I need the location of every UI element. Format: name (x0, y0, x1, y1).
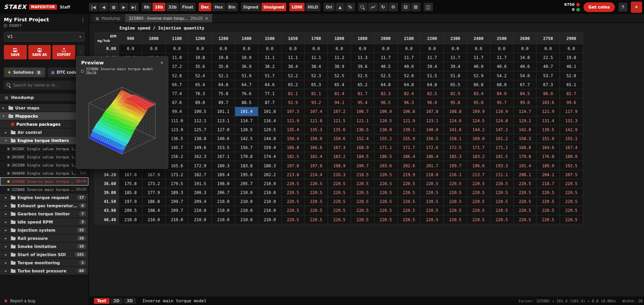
cell[interactable]: 127.0 (212, 125, 235, 134)
nav-first-button[interactable]: |◀ (89, 3, 98, 11)
cell[interactable]: 40.7 (537, 62, 560, 71)
nav-next-button[interactable]: ▶ (119, 3, 128, 11)
cell[interactable]: 210.0 (235, 197, 258, 206)
cell[interactable]: 142.5 (235, 134, 258, 143)
cell[interactable]: 193.3 (490, 161, 514, 170)
cell[interactable]: 68.0 (490, 80, 514, 89)
cell[interactable]: 52.3 (305, 71, 328, 80)
cell[interactable]: 149.6 (189, 143, 212, 152)
cell[interactable]: 64.7 (235, 80, 258, 89)
cell[interactable]: 210.0 (119, 215, 142, 224)
cell[interactable]: 153.5 (212, 143, 235, 152)
cell[interactable]: 121.9 (398, 116, 421, 125)
cell[interactable]: 120.5 (374, 116, 398, 125)
cell[interactable]: 202.6 (398, 161, 421, 170)
cell[interactable]: 191.5 (189, 179, 212, 188)
cell[interactable]: 158.3 (514, 134, 537, 143)
cell[interactable]: 101.4 (235, 107, 258, 116)
cell[interactable]: 65.3 (305, 80, 328, 89)
cell[interactable]: 220.5 (351, 215, 374, 224)
cell[interactable]: 198.9 (328, 161, 351, 170)
cell[interactable]: 111.0 (166, 116, 189, 125)
cell[interactable]: 110.9 (490, 107, 514, 116)
cell[interactable]: 167.0 (119, 170, 142, 179)
cell[interactable]: 220.5 (351, 179, 374, 188)
cell[interactable]: 192.5 (560, 161, 583, 170)
cell[interactable]: 11.7 (467, 53, 490, 62)
byte-order-lohi-button[interactable]: LOHI (289, 3, 305, 11)
cell[interactable]: 198.0 (212, 179, 235, 188)
cell[interactable]: 0.0 (490, 44, 514, 53)
cell[interactable]: 0.0 (444, 44, 467, 53)
cell[interactable]: 173.2 (166, 170, 189, 179)
cell[interactable]: 220.5 (282, 188, 305, 197)
cell[interactable]: 156.5 (421, 134, 444, 143)
cell[interactable]: 40.0 (467, 62, 490, 71)
cell[interactable]: 151.0 (537, 134, 560, 143)
cell[interactable]: 210.0 (212, 206, 235, 215)
cell[interactable]: 0.0 (537, 44, 560, 53)
cell[interactable]: 10.8 (189, 53, 212, 62)
cell[interactable]: 66.7 (166, 80, 189, 89)
cell[interactable]: 116.4 (258, 116, 282, 125)
cell[interactable]: 92.9 (282, 98, 305, 107)
cell[interactable]: 147.2 (490, 125, 514, 134)
cell[interactable]: 94.1 (328, 98, 351, 107)
cell[interactable]: 19.8 (560, 53, 583, 62)
cell[interactable]: 11.0 (166, 53, 189, 62)
cell[interactable]: 65.1 (560, 80, 583, 89)
cell[interactable]: 84.5 (514, 89, 537, 98)
cell[interactable]: 123.9 (166, 125, 189, 134)
cell[interactable]: 167.3 (328, 143, 351, 152)
cell[interactable]: 66.8 (467, 80, 490, 89)
cell[interactable]: 22.5 (537, 53, 560, 62)
cell[interactable]: 0.0 (166, 44, 189, 53)
tree-map-301D0E[interactable]: ▦301D0E Single value torque limiter1x1 (0, 153, 88, 161)
cell[interactable]: 220.5 (560, 179, 583, 188)
cell[interactable]: 220.5 (398, 179, 421, 188)
cell[interactable]: 180.3 (212, 161, 235, 170)
cell[interactable]: 0.0 (282, 44, 305, 53)
cell[interactable]: 220.5 (328, 215, 351, 224)
cell[interactable]: 51.9 (235, 71, 258, 80)
cell[interactable]: 210.0 (166, 215, 189, 224)
cell[interactable]: 52.5 (374, 71, 398, 80)
cell[interactable]: 213.7 (467, 170, 490, 179)
cell[interactable]: 52.4 (189, 71, 212, 80)
cell[interactable]: 197.8 (282, 161, 305, 170)
cell[interactable]: 199.7 (166, 197, 189, 206)
nav-grid-button[interactable]: ▦ (109, 3, 118, 11)
cell[interactable]: 82.4 (398, 89, 421, 98)
cell[interactable]: 216.3 (328, 170, 351, 179)
cell[interactable]: 210.0 (258, 188, 282, 197)
cell[interactable]: 220.5 (398, 215, 421, 224)
cell[interactable]: 202.2 (258, 170, 282, 179)
tree-item-user-maps[interactable]: ▸User maps (0, 104, 88, 112)
delta-mode-button[interactable]: ▲ (336, 3, 345, 11)
chevron-right-icon[interactable]: ▸ (3, 106, 7, 110)
cell[interactable]: 0.0 (421, 44, 444, 53)
cell[interactable]: 11.1 (282, 53, 305, 62)
cell[interactable]: 95.8 (444, 98, 467, 107)
cell[interactable]: 138.0 (374, 125, 398, 134)
cell[interactable]: 107.3 (282, 107, 305, 116)
cell[interactable]: 0.0 (189, 44, 212, 53)
cell[interactable]: 200.7 (351, 161, 374, 170)
cell[interactable]: 159.4 (258, 143, 282, 152)
cell[interactable]: 108.8 (444, 107, 467, 116)
row-header[interactable]: 43.90 (95, 206, 119, 215)
cell[interactable]: 39.4 (421, 62, 444, 71)
report-bug-button[interactable]: Report a bug (0, 296, 89, 305)
cell[interactable]: 96.5 (374, 98, 398, 107)
cell[interactable]: 220.5 (328, 188, 351, 197)
cell[interactable]: 210.0 (235, 188, 258, 197)
cell[interactable]: 210.0 (189, 206, 212, 215)
cell[interactable]: 107.4 (305, 107, 328, 116)
sign-signed-button[interactable]: Signed (241, 3, 261, 11)
cell[interactable]: 124.0 (444, 116, 467, 125)
cell[interactable]: 188.3 (258, 161, 282, 170)
cell[interactable]: 40.1 (560, 62, 583, 71)
chevron-right-icon[interactable]: ▸ (5, 204, 9, 208)
cell[interactable]: 96.3 (398, 98, 421, 107)
cell[interactable]: 168.9 (351, 143, 374, 152)
